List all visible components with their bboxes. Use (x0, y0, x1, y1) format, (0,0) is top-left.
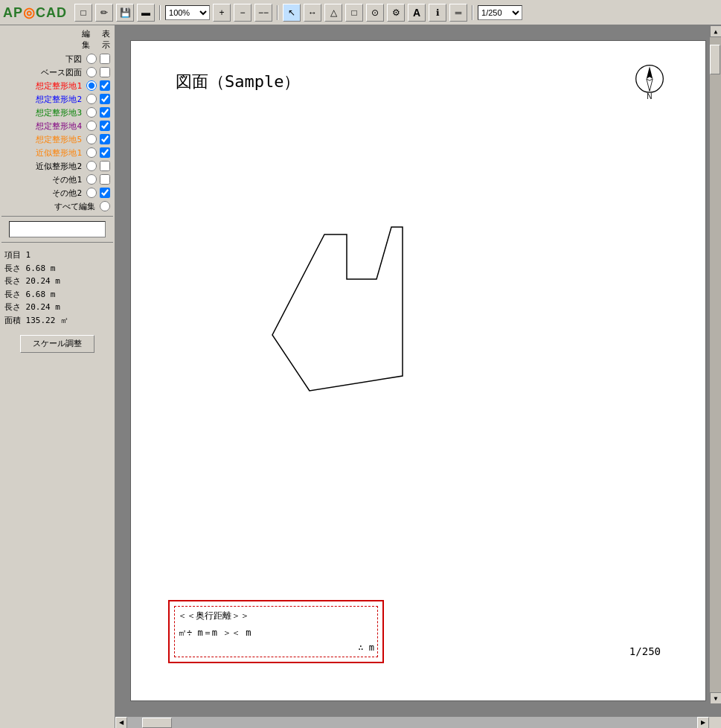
layer-radio-s5[interactable] (86, 134, 97, 144)
layer-check-other1[interactable] (100, 174, 110, 185)
hscroll-track[interactable] (127, 717, 697, 729)
line-tool-btn[interactable]: ═ (449, 4, 467, 22)
circle-tool-btn[interactable]: ⊙ (366, 4, 384, 22)
zoom-in-btn[interactable]: + (213, 4, 231, 22)
drawing-title: 図面（Sample） (176, 71, 300, 93)
hscroll-left-btn[interactable]: ◀ (115, 717, 127, 729)
save-btn[interactable]: 💾 (116, 4, 134, 22)
info-item: 項目 1 (4, 249, 110, 262)
print-btn[interactable]: ▬ (137, 4, 155, 22)
layer-row-other2: その他2 (1, 186, 113, 199)
layer-check-s3[interactable] (100, 107, 110, 118)
info-tool-btn[interactable]: ℹ (429, 4, 446, 22)
layer-name-s2: 想定整形地2 (3, 94, 85, 105)
select-tool-btn[interactable]: ↖ (283, 4, 301, 22)
info-len4: 長さ 20.24 m (4, 301, 110, 314)
corner-box (709, 717, 721, 729)
sidebar-sep2 (1, 242, 113, 243)
layer-name-all: すべて編集 (3, 201, 98, 212)
rect-tool-btn[interactable]: □ (345, 4, 363, 22)
layer-radio-other2[interactable] (86, 188, 97, 198)
layer-check-s5[interactable] (100, 134, 110, 144)
drawing-paper: N 図面（Sample） ＜＜奥行距離＞＞ ㎡÷ m＝m ＞＜ m ∴ m (130, 40, 706, 701)
zoom-out-btn[interactable]: −− (254, 4, 272, 22)
layer-radio-other1[interactable] (86, 174, 97, 185)
info-len1: 長さ 6.68 m (4, 262, 110, 275)
vscrollbar[interactable]: ▲ ▼ (709, 25, 721, 704)
layer-radio-s4[interactable] (86, 121, 97, 131)
zoom-fit-btn[interactable]: − (234, 4, 251, 22)
vscroll-thumb[interactable] (710, 45, 720, 74)
search-input[interactable] (9, 221, 106, 237)
info-box-line1: ＜＜奥行距離＞＞ (178, 610, 374, 622)
edit-tool-btn[interactable]: ⚙ (387, 4, 405, 22)
info-box-dashed: ＜＜奥行距離＞＞ ㎡÷ m＝m ＞＜ m ∴ m (174, 606, 378, 657)
layer-name-k2: 近似整形地2 (3, 161, 85, 172)
layer-row-base: ベース図面 (1, 66, 113, 79)
polygon-tool-btn[interactable]: △ (324, 4, 342, 22)
layer-check-s4[interactable] (100, 121, 110, 131)
north-arrow: N (631, 63, 668, 100)
hscroll-thumb[interactable] (142, 718, 172, 728)
move-tool-btn[interactable]: ↔ (304, 4, 321, 22)
scale-label: 1/250 (629, 645, 661, 657)
hscrollbar[interactable]: ◀ ▶ (115, 716, 721, 728)
sep2 (277, 5, 278, 20)
layer-check-base[interactable] (100, 67, 110, 77)
layer-radio-s2[interactable] (86, 94, 97, 104)
sep1 (159, 5, 161, 20)
layer-radio-s1[interactable] (86, 80, 97, 91)
scale-select[interactable]: 1/250 1/500 1/100 (478, 5, 522, 20)
layer-check-s1[interactable] (100, 80, 110, 91)
display-col-label: 表示 (102, 28, 110, 51)
hscroll-right-btn[interactable]: ▶ (697, 717, 709, 729)
edit-col-label: 編集 (82, 28, 90, 51)
layer-row-s4: 想定整形地4 (1, 119, 113, 132)
titlebar: AP◎CAD □ ✏ 💾 ▬ 100% 50% 200% + − −− ↖ ↔ … (0, 0, 721, 25)
layer-name-other1: その他1 (3, 174, 85, 185)
layer-name-s4: 想定整形地4 (3, 121, 85, 132)
info-box: ＜＜奥行距離＞＞ ㎡÷ m＝m ＞＜ m ∴ m (168, 600, 384, 663)
layer-row-k1: 近似整形地1 (1, 146, 113, 159)
layer-radio-shizu[interactable] (86, 54, 97, 64)
layer-check-s2[interactable] (100, 94, 110, 104)
layer-name-s1: 想定整形地1 (3, 80, 85, 92)
vscroll-track[interactable] (710, 37, 721, 692)
app-logo: AP◎CAD (3, 4, 67, 21)
sidebar-sep1 (1, 216, 113, 217)
zoom-select[interactable]: 100% 50% 200% (165, 5, 210, 20)
logo-cad: CAD (36, 5, 67, 20)
svg-text:N: N (647, 92, 652, 100)
layer-check-other2[interactable] (100, 188, 110, 198)
vscroll-up-btn[interactable]: ▲ (710, 25, 721, 37)
layer-check-shizu[interactable] (100, 54, 110, 64)
layer-check-k2[interactable] (100, 161, 110, 171)
open-btn[interactable]: ✏ (95, 4, 113, 22)
info-section: 項目 1 長さ 6.68 m 長さ 20.24 m 長さ 6.68 m 長さ 2… (1, 246, 113, 331)
layer-radio-base[interactable] (86, 67, 97, 77)
sep3 (472, 5, 473, 20)
layer-radio-all[interactable] (100, 201, 110, 211)
layer-name-other2: その他2 (3, 188, 85, 199)
vscroll-down-btn[interactable]: ▼ (710, 692, 721, 704)
layer-name-s3: 想定整形地3 (3, 107, 85, 118)
layer-name-base: ベース図面 (3, 67, 85, 78)
layer-radio-k2[interactable] (86, 161, 97, 171)
layer-row-s5: 想定整形地5 (1, 132, 113, 146)
layer-row-s3: 想定整形地3 (1, 106, 113, 119)
canvas-area: N 図面（Sample） ＜＜奥行距離＞＞ ㎡÷ m＝m ＞＜ m ∴ m (115, 25, 721, 728)
layer-radio-s3[interactable] (86, 107, 97, 118)
info-box-line3: ∴ m (178, 642, 374, 653)
logo-circle: ◎ (23, 5, 36, 20)
new-doc-btn[interactable]: □ (74, 4, 92, 22)
scale-adjust-btn[interactable]: スケール調整 (20, 335, 94, 353)
layer-check-k1[interactable] (100, 147, 110, 158)
drawing-container[interactable]: N 図面（Sample） ＜＜奥行距離＞＞ ㎡÷ m＝m ＞＜ m ∴ m (115, 25, 721, 716)
layer-row-shizu: 下図 (1, 52, 113, 66)
layer-name-s5: 想定整形地5 (3, 134, 85, 145)
svg-marker-4 (272, 227, 403, 391)
text-tool-btn[interactable]: A (408, 4, 426, 22)
layer-row-other1: その他1 (1, 173, 113, 186)
layer-radio-k1[interactable] (86, 147, 97, 158)
sidebar: 編集 表示 下図 ベース図面 想定整形地1 想定整形地2 想定整形地3 (0, 25, 115, 728)
